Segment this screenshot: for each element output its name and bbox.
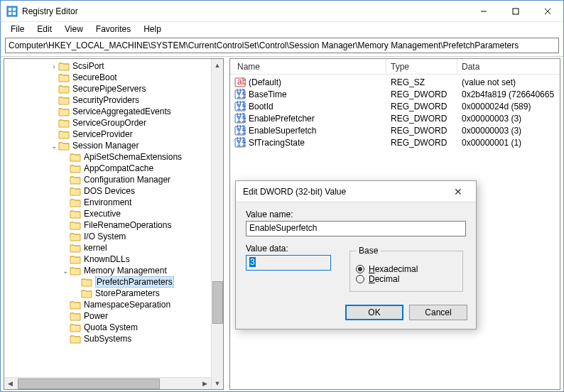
folder-icon (58, 72, 70, 82)
tree-label: AppCompatCache (84, 163, 153, 173)
tree-item[interactable]: KnownDLLs (4, 254, 223, 265)
value-row[interactable]: 011110EnablePrefetcherREG_DWORD0x0000000… (230, 112, 560, 124)
tree-scroll-v[interactable]: ▲ ▼ (211, 59, 223, 389)
tree-item[interactable]: ServiceGroupOrder (4, 117, 223, 129)
tree-item[interactable]: ServiceAggregatedEvents (4, 106, 223, 117)
value-data: 0x0000024d (589) (462, 102, 560, 111)
tree-label: DOS Devices (84, 186, 135, 196)
tree-item[interactable]: ServiceProvider (4, 129, 223, 140)
splitter[interactable] (224, 57, 227, 391)
menu-edit[interactable]: Edit (31, 23, 58, 36)
tree-label: Executive (84, 209, 121, 219)
tree-scroll-thumb[interactable] (212, 281, 223, 324)
folder-icon (70, 322, 81, 332)
menu-file[interactable]: File (5, 23, 30, 36)
col-type[interactable]: Type (386, 59, 457, 74)
col-name[interactable]: Name (230, 59, 386, 74)
folder-icon (70, 232, 81, 241)
tree-label: ApiSetSchemaExtensions (84, 152, 182, 162)
value-name: (Default) (249, 77, 391, 87)
tree-item[interactable]: ApiSetSchemaExtensions (4, 151, 223, 163)
value-name: BaseTime (249, 89, 391, 99)
value-row[interactable]: 011110SfTracingStateREG_DWORD0x00000001 … (230, 136, 560, 148)
tree-label: SubSystems (84, 334, 131, 344)
radio-dec[interactable]: Decimal (356, 273, 457, 285)
tree-item[interactable]: ⌄Session Manager (4, 140, 223, 151)
scroll-up-icon[interactable]: ▲ (212, 59, 224, 71)
folder-icon (70, 334, 81, 344)
tree-label: SecureBoot (72, 72, 117, 82)
menu-view[interactable]: View (59, 23, 89, 36)
chevron-icon[interactable]: › (50, 62, 58, 70)
value-name: BootId (249, 102, 391, 111)
address-bar[interactable]: Computer\HKEY_LOCAL_MACHINE\SYSTEM\Curre… (5, 38, 559, 53)
tree-item[interactable]: Environment (4, 197, 223, 208)
tree-item[interactable]: SecurePipeServers (4, 83, 223, 94)
tree-item[interactable]: ⌄Memory Management (4, 265, 223, 276)
titlebar[interactable]: Registry Editor (1, 1, 563, 22)
value-type: REG_DWORD (391, 126, 462, 136)
close-button[interactable] (531, 1, 563, 21)
folder-icon (58, 107, 70, 116)
dword-value-icon: 011110 (234, 125, 246, 136)
svg-text:110: 110 (237, 138, 246, 148)
maximize-button[interactable] (499, 1, 531, 21)
value-row[interactable]: 011110EnableSuperfetchREG_DWORD0x0000000… (230, 124, 560, 136)
scroll-right-icon[interactable]: ▶ (199, 378, 211, 390)
value-data: 0x2b4fa819 (726640665 (462, 89, 560, 99)
tree-item[interactable]: ›ScsiPort (4, 60, 223, 72)
tree-item[interactable]: SubSystems (4, 333, 223, 344)
values-list[interactable]: ab(Default)REG_SZ(value not set)011110Ba… (230, 75, 560, 150)
tree-item[interactable]: I/O System (4, 231, 223, 242)
tree-item[interactable]: Quota System (4, 322, 223, 333)
col-data[interactable]: Data (457, 59, 560, 74)
tree-item[interactable]: kernel (4, 242, 223, 254)
dialog-title: Edit DWORD (32-bit) Value (243, 187, 346, 197)
chevron-icon[interactable]: ⌄ (61, 267, 70, 275)
tree-item[interactable]: NamespaceSeparation (4, 299, 223, 310)
value-row[interactable]: 011110BootIdREG_DWORD0x0000024d (589) (230, 100, 560, 112)
chevron-icon[interactable]: ⌄ (50, 142, 58, 150)
value-name-field[interactable]: EnableSuperfetch (246, 221, 466, 236)
dialog-close-button[interactable]: ✕ (448, 186, 469, 197)
folder-icon (70, 266, 81, 276)
folder-icon (70, 163, 81, 173)
value-row[interactable]: ab(Default)REG_SZ(value not set) (230, 76, 560, 88)
menu-favorites[interactable]: Favorites (90, 23, 136, 36)
tree-item[interactable]: AppCompatCache (4, 163, 223, 174)
folder-icon (70, 311, 81, 321)
value-row[interactable]: 011110BaseTimeREG_DWORD0x2b4fa819 (72664… (230, 88, 560, 100)
value-type: REG_DWORD (391, 102, 462, 111)
tree-item[interactable]: Configuration Manager (4, 174, 223, 185)
tree-item[interactable]: DOS Devices (4, 185, 223, 197)
tree-item[interactable]: Power (4, 310, 223, 322)
tree-scroll-h[interactable]: ◀ ▶ (4, 377, 211, 389)
ok-button[interactable]: OK (345, 305, 403, 320)
tree-label: StoreParameters (95, 288, 160, 298)
registry-tree[interactable]: ›ScsiPortSecureBootSecurePipeServersSecu… (4, 59, 223, 389)
tree-item[interactable]: Executive (4, 208, 223, 219)
tree-label: kernel (84, 243, 107, 253)
scroll-left-icon[interactable]: ◀ (4, 378, 16, 390)
scroll-down-icon[interactable]: ▼ (212, 377, 224, 389)
value-data-field[interactable]: 3 (246, 255, 331, 271)
folder-icon (58, 118, 70, 128)
tree-scroll-thumb-h[interactable] (18, 379, 160, 389)
tree-item[interactable]: StoreParameters (4, 288, 223, 299)
value-data: 0x00000003 (3) (462, 126, 560, 136)
minimize-button[interactable] (467, 1, 499, 21)
tree-item[interactable]: PrefetchParameters (4, 276, 223, 288)
value-type: REG_DWORD (391, 89, 462, 99)
radio-hex-icon (356, 265, 364, 273)
menu-help[interactable]: Help (138, 23, 167, 36)
folder-icon (70, 220, 81, 230)
value-data: 0x00000003 (3) (462, 114, 560, 124)
cancel-button[interactable]: Cancel (409, 305, 467, 320)
tree-label: NamespaceSeparation (84, 300, 170, 310)
tree-item[interactable]: SecureBoot (4, 72, 223, 83)
tree-label: I/O System (84, 232, 126, 241)
tree-item[interactable]: SecurityProviders (4, 94, 223, 106)
svg-text:110: 110 (237, 102, 246, 112)
tree-item[interactable]: FileRenameOperations (4, 219, 223, 231)
dialog-titlebar[interactable]: Edit DWORD (32-bit) Value ✕ (236, 181, 476, 202)
